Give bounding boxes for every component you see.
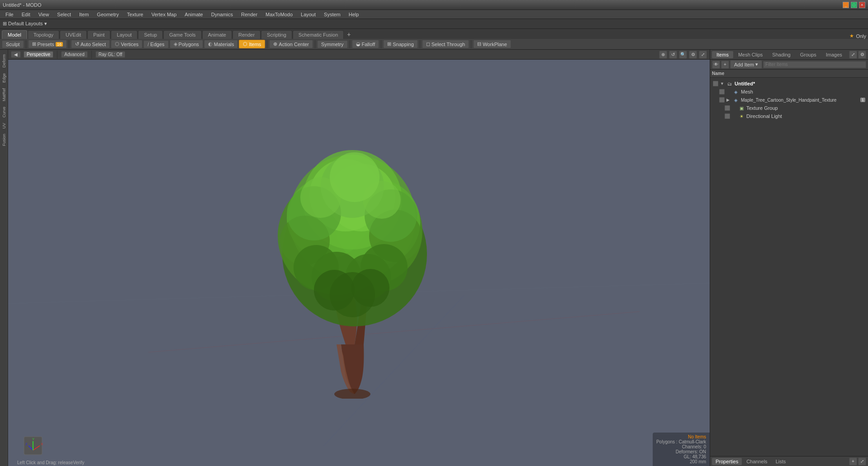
workplane-button[interactable]: ⊟ WorkPlane bbox=[473, 40, 511, 48]
auto-select-button[interactable]: ↺ Auto Select bbox=[71, 40, 110, 48]
items-list[interactable]: ▼ 🗂 Untitled* ◈ Mesh ▶ ◈ Maple_Tree_Cart… bbox=[710, 79, 868, 268]
right-bottom-add-button[interactable]: + bbox=[849, 457, 857, 466]
vp-icon-settings[interactable]: ⚙ bbox=[689, 51, 697, 59]
materials-button[interactable]: ◐ Materials bbox=[204, 40, 238, 48]
right-tab-items[interactable]: Items bbox=[712, 51, 733, 58]
right-tab-groups[interactable]: Groups bbox=[796, 51, 821, 58]
tab-schematic-fusion[interactable]: Schematic Fusion bbox=[293, 30, 344, 39]
left-tool-uv[interactable]: UV bbox=[1, 120, 7, 132]
status-deformers: Deformers: ON bbox=[656, 449, 706, 454]
minimize-button[interactable]: _ bbox=[843, 2, 849, 8]
menu-layout[interactable]: Layout bbox=[297, 11, 319, 18]
vp-arrow-left[interactable]: ◀ bbox=[11, 51, 21, 58]
tab-uvedit[interactable]: UVEdit bbox=[60, 30, 87, 39]
layout-icon: ⊞ bbox=[3, 21, 7, 26]
item-name-maple: Maple_Tree_Cartoon_Style_Handpaint_Textu… bbox=[741, 98, 858, 103]
viewport-canvas[interactable]: X Z Y No Items Polygons : Catmull-Clark … bbox=[8, 60, 710, 466]
tab-layout[interactable]: Layout bbox=[111, 30, 138, 39]
items-eye-button[interactable]: 👁 bbox=[712, 61, 720, 69]
vertices-button[interactable]: ⬡ Vertices bbox=[111, 40, 142, 48]
add-tab-button[interactable]: + bbox=[344, 30, 353, 39]
vp-perspective[interactable]: Perspective bbox=[24, 51, 53, 58]
menu-vertex-map[interactable]: Vertex Map bbox=[148, 11, 180, 18]
menu-file[interactable]: File bbox=[2, 11, 17, 18]
menu-geometry[interactable]: Geometry bbox=[93, 11, 122, 18]
edges-button[interactable]: / Edges bbox=[143, 40, 168, 48]
vp-icon-expand[interactable]: ⤢ bbox=[699, 51, 707, 59]
item-row-mesh[interactable]: ◈ Mesh bbox=[711, 88, 867, 96]
right-tab-images[interactable]: Images bbox=[821, 51, 847, 58]
axis-indicator: X Z Y bbox=[22, 434, 44, 457]
left-tool-fusion[interactable]: Fusion bbox=[1, 131, 7, 149]
menu-help[interactable]: Help bbox=[345, 11, 363, 18]
item-vis-texture-group[interactable] bbox=[725, 105, 730, 111]
item-vis-untitled[interactable] bbox=[713, 81, 718, 86]
menu-view[interactable]: View bbox=[35, 11, 53, 18]
menu-animate[interactable]: Animate bbox=[181, 11, 206, 18]
item-expand-maple[interactable]: ▶ bbox=[726, 98, 731, 102]
tab-render[interactable]: Render bbox=[232, 30, 261, 39]
menu-edit[interactable]: Edit bbox=[18, 11, 34, 18]
menu-dynamics[interactable]: Dynamics bbox=[208, 11, 237, 18]
right-bottom-tab-channels[interactable]: Channels bbox=[743, 458, 771, 465]
items-add-button[interactable]: + bbox=[721, 61, 729, 69]
item-row-directional-light[interactable]: ☀ Directional Light bbox=[711, 112, 867, 120]
items-button[interactable]: ⬡ Items bbox=[239, 40, 265, 48]
vp-icon-zoom[interactable]: 🔍 bbox=[679, 51, 687, 59]
right-tab-mesh-clips[interactable]: Mesh Clips bbox=[734, 51, 767, 58]
tab-game-tools[interactable]: Game Tools bbox=[163, 30, 202, 39]
item-row-texture-group[interactable]: ▣ Texture Group bbox=[711, 104, 867, 112]
item-row-maple[interactable]: ▶ ◈ Maple_Tree_Cartoon_Style_Handpaint_T… bbox=[711, 96, 867, 104]
polygons-button[interactable]: ◈ Polygons bbox=[170, 40, 203, 48]
only-label[interactable]: Only bbox=[856, 33, 866, 39]
tab-model[interactable]: Model bbox=[2, 30, 27, 39]
left-tool-matref[interactable]: MatRef bbox=[1, 85, 7, 104]
item-vis-maple[interactable] bbox=[719, 97, 725, 103]
vp-icon-camera[interactable]: ⊕ bbox=[659, 51, 667, 59]
star-icon: ★ bbox=[849, 33, 854, 39]
left-tool-curve[interactable]: Curve bbox=[1, 104, 7, 120]
falloff-button[interactable]: ◒ Falloff bbox=[352, 40, 379, 48]
select-through-button[interactable]: ◻ Select Through bbox=[422, 40, 469, 48]
right-bottom-expand-button[interactable]: ⤢ bbox=[858, 457, 866, 466]
tab-paint[interactable]: Paint bbox=[87, 30, 110, 39]
item-row-untitled[interactable]: ▼ 🗂 Untitled* bbox=[711, 80, 867, 88]
close-button[interactable]: ✕ bbox=[859, 2, 865, 8]
item-vis-mesh[interactable] bbox=[719, 89, 725, 94]
snapping-button[interactable]: ⊞ Snapping bbox=[383, 40, 418, 48]
maximize-button[interactable]: □ bbox=[851, 2, 857, 8]
add-item-button[interactable]: Add Item ▾ bbox=[730, 60, 762, 69]
menu-system[interactable]: System bbox=[320, 11, 344, 18]
right-tab-shading[interactable]: Shading bbox=[768, 51, 795, 58]
tab-animate[interactable]: Animate bbox=[202, 30, 232, 39]
vp-raygl[interactable]: Ray GL: Off bbox=[95, 51, 126, 58]
menu-maxtomodo[interactable]: MaxToModo bbox=[262, 11, 296, 18]
right-bottom-tab-properties[interactable]: Properties bbox=[712, 458, 742, 465]
tab-topology[interactable]: Topology bbox=[28, 30, 59, 39]
item-vis-directional-light[interactable] bbox=[725, 113, 730, 119]
add-item-arrow: ▾ bbox=[755, 61, 758, 67]
presets-button[interactable]: ⊞ Presets 16 bbox=[28, 40, 67, 48]
left-tool-deform[interactable]: Deform bbox=[1, 52, 7, 71]
tab-scripting[interactable]: Scripting bbox=[261, 30, 292, 39]
left-tool-edge[interactable]: Edge bbox=[1, 71, 7, 85]
menu-select[interactable]: Select bbox=[53, 11, 75, 18]
right-settings-button[interactable]: ⚙ bbox=[858, 51, 866, 59]
name-column-header: Name bbox=[712, 71, 724, 76]
menu-render[interactable]: Render bbox=[237, 11, 261, 18]
symmetry-button[interactable]: Symmetry bbox=[317, 40, 348, 48]
menu-texture[interactable]: Texture bbox=[123, 11, 147, 18]
action-center-button[interactable]: ⊕ Action Center bbox=[269, 40, 313, 48]
layout-dropdown[interactable]: ⊞ Default Layouts ▾ bbox=[3, 21, 47, 27]
item-expand-untitled[interactable]: ▼ bbox=[720, 81, 725, 86]
vp-advanced[interactable]: Advanced bbox=[61, 51, 87, 58]
sculpt-button[interactable]: Sculpt bbox=[2, 40, 24, 48]
tab-setup[interactable]: Setup bbox=[138, 30, 163, 39]
materials-icon: ◐ bbox=[208, 41, 213, 47]
right-bottom-tab-lists[interactable]: Lists bbox=[772, 458, 790, 465]
titlebar-controls: _ □ ✕ bbox=[843, 2, 865, 8]
menu-item[interactable]: Item bbox=[76, 11, 92, 18]
vp-icon-reset[interactable]: ↺ bbox=[669, 51, 677, 59]
right-expand-button[interactable]: ⤢ bbox=[849, 51, 857, 59]
filter-items-input[interactable] bbox=[763, 61, 866, 68]
